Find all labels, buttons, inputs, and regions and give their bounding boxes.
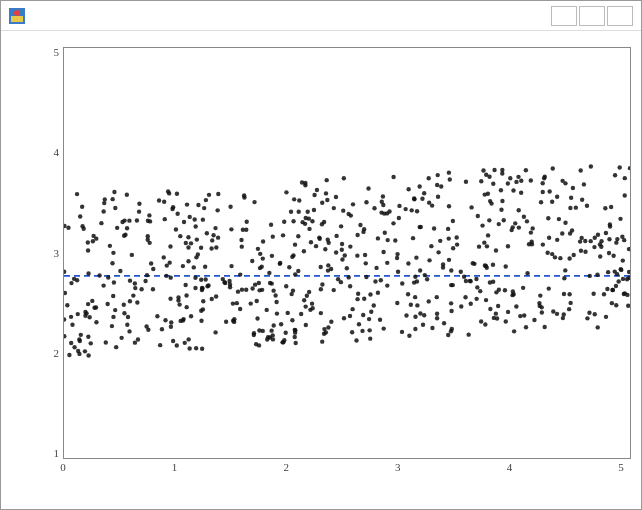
svg-point-109 — [188, 215, 192, 219]
svg-point-316 — [627, 270, 630, 274]
y-tick-3: 3 — [54, 248, 60, 259]
svg-point-452 — [110, 261, 114, 265]
svg-point-347 — [406, 292, 410, 296]
svg-point-545 — [568, 301, 572, 305]
y-tick-1: 1 — [54, 448, 60, 459]
svg-point-354 — [430, 326, 434, 330]
svg-point-304 — [574, 205, 578, 209]
svg-point-633 — [151, 267, 155, 271]
svg-point-182 — [143, 279, 147, 283]
svg-point-289 — [196, 203, 200, 207]
svg-point-261 — [282, 220, 286, 224]
svg-point-609 — [271, 288, 275, 292]
svg-point-132 — [438, 239, 442, 243]
svg-point-401 — [412, 196, 416, 200]
svg-point-309 — [281, 233, 285, 237]
y-tick-5: 5 — [54, 47, 60, 58]
svg-point-368 — [147, 213, 151, 217]
svg-point-546 — [484, 298, 488, 302]
svg-point-487 — [201, 217, 205, 221]
svg-point-638 — [111, 251, 115, 255]
svg-point-617 — [596, 233, 600, 237]
svg-point-610 — [366, 186, 370, 190]
svg-point-416 — [494, 248, 498, 252]
svg-point-38 — [518, 314, 522, 318]
svg-point-422 — [486, 192, 490, 196]
svg-point-310 — [500, 168, 504, 172]
svg-point-486 — [296, 234, 300, 238]
svg-point-591 — [391, 221, 395, 225]
svg-point-66 — [135, 218, 139, 222]
svg-point-279 — [139, 287, 143, 291]
svg-point-130 — [334, 250, 338, 254]
svg-point-531 — [228, 205, 232, 209]
svg-point-50 — [482, 240, 486, 244]
svg-point-601 — [293, 335, 297, 339]
svg-point-163 — [279, 322, 283, 326]
svg-point-455 — [136, 337, 140, 341]
svg-point-503 — [538, 293, 542, 297]
svg-point-469 — [318, 265, 322, 269]
svg-point-207 — [214, 245, 218, 249]
svg-point-215 — [175, 211, 179, 215]
svg-point-338 — [506, 181, 510, 185]
svg-point-490 — [463, 295, 467, 299]
svg-point-87 — [578, 168, 582, 172]
svg-point-208 — [524, 325, 528, 329]
svg-point-491 — [514, 304, 518, 308]
svg-point-75 — [265, 308, 269, 312]
svg-point-305 — [310, 306, 314, 310]
maximize-button[interactable] — [579, 6, 605, 26]
svg-point-402 — [255, 316, 259, 320]
svg-point-438 — [69, 281, 73, 285]
close-button[interactable] — [607, 6, 633, 26]
plot-svg — [64, 48, 630, 458]
svg-point-333 — [391, 175, 395, 179]
svg-point-85 — [261, 256, 265, 260]
scatter-plot — [63, 47, 631, 459]
svg-point-660 — [146, 238, 150, 242]
svg-point-220 — [296, 269, 300, 273]
svg-point-187 — [174, 227, 178, 231]
svg-point-90 — [555, 195, 559, 199]
svg-point-417 — [90, 299, 94, 303]
chart-body: 5 4 3 2 1 — [11, 47, 631, 475]
svg-point-643 — [469, 302, 473, 306]
svg-point-470 — [409, 302, 413, 306]
svg-point-681 — [430, 203, 434, 207]
svg-point-597 — [616, 279, 620, 283]
svg-point-672 — [516, 175, 520, 179]
svg-point-578 — [622, 238, 626, 242]
svg-point-699 — [381, 194, 385, 198]
svg-point-345 — [89, 341, 93, 345]
svg-point-387 — [332, 206, 336, 210]
svg-point-656 — [373, 279, 377, 283]
svg-point-179 — [469, 205, 473, 209]
svg-point-700 — [186, 235, 190, 239]
minimize-button[interactable] — [551, 6, 577, 26]
svg-point-535 — [421, 323, 425, 327]
svg-point-588 — [529, 230, 533, 234]
svg-point-501 — [118, 269, 122, 273]
svg-point-166 — [449, 301, 453, 305]
svg-point-639 — [568, 206, 572, 210]
svg-point-100 — [184, 293, 188, 297]
svg-point-555 — [436, 195, 440, 199]
svg-point-451 — [537, 304, 541, 308]
svg-point-95 — [614, 303, 618, 307]
svg-point-112 — [419, 225, 423, 229]
svg-point-442 — [340, 242, 344, 246]
svg-point-133 — [413, 315, 417, 319]
svg-point-381 — [466, 332, 470, 336]
svg-point-682 — [557, 217, 561, 221]
y-axis-label-container — [11, 47, 33, 475]
svg-point-123 — [209, 246, 213, 250]
svg-point-114 — [183, 341, 187, 345]
svg-point-125 — [422, 191, 426, 195]
svg-point-577 — [485, 266, 489, 270]
svg-point-268 — [474, 297, 478, 301]
svg-point-297 — [303, 222, 307, 226]
svg-point-400 — [178, 234, 182, 238]
svg-point-494 — [447, 258, 451, 262]
svg-point-537 — [125, 193, 129, 197]
